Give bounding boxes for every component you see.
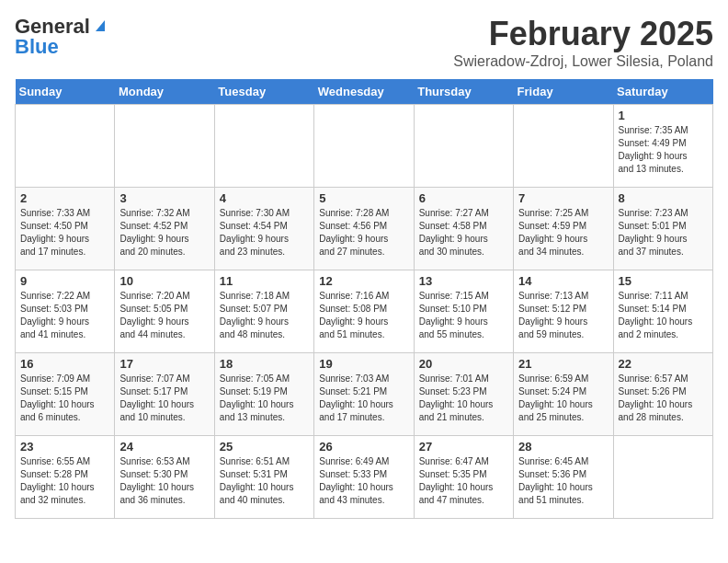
day-number: 11 [220,274,309,288]
column-header-monday: Monday [115,79,214,105]
week-row-1: 1Sunrise: 7:35 AM Sunset: 4:49 PM Daylig… [16,105,713,188]
day-cell: 11Sunrise: 7:18 AM Sunset: 5:07 PM Dayli… [214,270,313,353]
day-cell: 7Sunrise: 7:25 AM Sunset: 4:59 PM Daylig… [514,188,613,270]
day-info: Sunrise: 7:22 AM Sunset: 5:03 PM Dayligh… [20,290,109,341]
day-cell: 26Sunrise: 6:49 AM Sunset: 5:33 PM Dayli… [314,436,414,519]
day-cell: 5Sunrise: 7:28 AM Sunset: 4:56 PM Daylig… [314,188,414,270]
day-info: Sunrise: 6:49 AM Sunset: 5:33 PM Dayligh… [319,455,408,507]
day-info: Sunrise: 7:32 AM Sunset: 4:52 PM Dayligh… [119,207,209,259]
column-header-wednesday: Wednesday [314,79,414,105]
day-cell: 2Sunrise: 7:33 AM Sunset: 4:50 PM Daylig… [16,188,115,270]
day-number: 10 [119,274,209,288]
day-cell: 27Sunrise: 6:47 AM Sunset: 5:35 PM Dayli… [414,436,513,519]
day-info: Sunrise: 7:27 AM Sunset: 4:58 PM Dayligh… [419,207,508,259]
day-number: 4 [220,191,309,205]
day-number: 8 [619,191,708,205]
day-cell: 15Sunrise: 7:11 AM Sunset: 5:14 PM Dayli… [613,270,712,353]
column-header-saturday: Saturday [613,79,712,105]
day-number: 24 [119,440,209,454]
day-cell [214,105,313,188]
day-number: 14 [518,274,608,288]
day-number: 6 [419,191,508,205]
day-cell: 16Sunrise: 7:09 AM Sunset: 5:15 PM Dayli… [16,353,115,436]
page-header: General Blue February 2025 Swieradow-Zdr… [15,15,713,70]
day-info: Sunrise: 6:59 AM Sunset: 5:24 PM Dayligh… [518,373,608,424]
day-cell [613,436,712,519]
day-cell: 1Sunrise: 7:35 AM Sunset: 4:49 PM Daylig… [613,105,712,188]
day-cell: 25Sunrise: 6:51 AM Sunset: 5:31 PM Dayli… [214,436,313,519]
day-info: Sunrise: 7:07 AM Sunset: 5:17 PM Dayligh… [119,373,209,424]
day-info: Sunrise: 7:05 AM Sunset: 5:19 PM Dayligh… [220,373,309,424]
day-number: 26 [319,440,408,454]
logo-blue-text: Blue [15,35,59,59]
day-cell: 9Sunrise: 7:22 AM Sunset: 5:03 PM Daylig… [16,270,115,353]
svg-marker-0 [96,20,105,31]
day-info: Sunrise: 7:28 AM Sunset: 4:56 PM Dayligh… [319,207,408,259]
day-number: 18 [220,357,309,371]
day-info: Sunrise: 6:55 AM Sunset: 5:28 PM Dayligh… [20,455,109,507]
day-cell: 6Sunrise: 7:27 AM Sunset: 4:58 PM Daylig… [414,188,513,270]
day-number: 27 [419,440,508,454]
day-number: 15 [619,274,708,288]
header-row: SundayMondayTuesdayWednesdayThursdayFrid… [16,79,713,105]
day-number: 25 [220,440,309,454]
day-info: Sunrise: 7:09 AM Sunset: 5:15 PM Dayligh… [20,373,109,424]
day-cell [314,105,414,188]
day-cell: 22Sunrise: 6:57 AM Sunset: 5:26 PM Dayli… [613,353,712,436]
day-cell: 21Sunrise: 6:59 AM Sunset: 5:24 PM Dayli… [514,353,613,436]
calendar-table: SundayMondayTuesdayWednesdayThursdayFrid… [15,79,713,519]
day-number: 21 [518,357,608,371]
day-info: Sunrise: 7:01 AM Sunset: 5:23 PM Dayligh… [419,373,508,424]
logo-triangle-icon [92,17,108,33]
day-cell [514,105,613,188]
day-cell: 3Sunrise: 7:32 AM Sunset: 4:52 PM Daylig… [115,188,214,270]
day-number: 16 [20,357,109,371]
day-cell: 24Sunrise: 6:53 AM Sunset: 5:30 PM Dayli… [115,436,214,519]
day-cell [16,105,115,188]
day-cell: 23Sunrise: 6:55 AM Sunset: 5:28 PM Dayli… [16,436,115,519]
day-number: 2 [20,191,109,205]
week-row-2: 2Sunrise: 7:33 AM Sunset: 4:50 PM Daylig… [16,188,713,270]
day-info: Sunrise: 7:13 AM Sunset: 5:12 PM Dayligh… [518,290,608,341]
day-number: 23 [20,440,109,454]
day-info: Sunrise: 7:23 AM Sunset: 5:01 PM Dayligh… [619,207,708,259]
day-number: 5 [319,191,408,205]
day-info: Sunrise: 7:33 AM Sunset: 4:50 PM Dayligh… [20,207,109,259]
column-header-tuesday: Tuesday [214,79,313,105]
day-cell: 10Sunrise: 7:20 AM Sunset: 5:05 PM Dayli… [115,270,214,353]
logo: General Blue [15,15,108,59]
column-header-friday: Friday [514,79,613,105]
week-row-4: 16Sunrise: 7:09 AM Sunset: 5:15 PM Dayli… [16,353,713,436]
week-row-5: 23Sunrise: 6:55 AM Sunset: 5:28 PM Dayli… [16,436,713,519]
day-number: 9 [20,274,109,288]
day-number: 17 [119,357,209,371]
month-title: February 2025 [453,15,713,53]
day-info: Sunrise: 7:25 AM Sunset: 4:59 PM Dayligh… [518,207,608,259]
title-area: February 2025 Swieradow-Zdroj, Lower Sil… [453,15,713,70]
day-number: 20 [419,357,508,371]
day-cell [115,105,214,188]
day-number: 13 [419,274,508,288]
week-row-3: 9Sunrise: 7:22 AM Sunset: 5:03 PM Daylig… [16,270,713,353]
day-info: Sunrise: 7:30 AM Sunset: 4:54 PM Dayligh… [220,207,309,259]
day-info: Sunrise: 7:20 AM Sunset: 5:05 PM Dayligh… [119,290,209,341]
day-info: Sunrise: 7:35 AM Sunset: 4:49 PM Dayligh… [619,124,708,176]
day-cell [414,105,513,188]
day-info: Sunrise: 7:18 AM Sunset: 5:07 PM Dayligh… [220,290,309,341]
day-info: Sunrise: 7:11 AM Sunset: 5:14 PM Dayligh… [619,290,708,341]
day-cell: 4Sunrise: 7:30 AM Sunset: 4:54 PM Daylig… [214,188,313,270]
day-number: 12 [319,274,408,288]
column-header-thursday: Thursday [414,79,513,105]
day-info: Sunrise: 6:53 AM Sunset: 5:30 PM Dayligh… [119,455,209,507]
day-info: Sunrise: 7:03 AM Sunset: 5:21 PM Dayligh… [319,373,408,424]
day-number: 3 [119,191,209,205]
day-number: 19 [319,357,408,371]
day-cell: 17Sunrise: 7:07 AM Sunset: 5:17 PM Dayli… [115,353,214,436]
day-number: 28 [518,440,608,454]
day-cell: 8Sunrise: 7:23 AM Sunset: 5:01 PM Daylig… [613,188,712,270]
day-info: Sunrise: 6:47 AM Sunset: 5:35 PM Dayligh… [419,455,508,507]
day-info: Sunrise: 6:45 AM Sunset: 5:36 PM Dayligh… [518,455,608,507]
day-cell: 14Sunrise: 7:13 AM Sunset: 5:12 PM Dayli… [514,270,613,353]
day-info: Sunrise: 6:57 AM Sunset: 5:26 PM Dayligh… [619,373,708,424]
day-cell: 18Sunrise: 7:05 AM Sunset: 5:19 PM Dayli… [214,353,313,436]
